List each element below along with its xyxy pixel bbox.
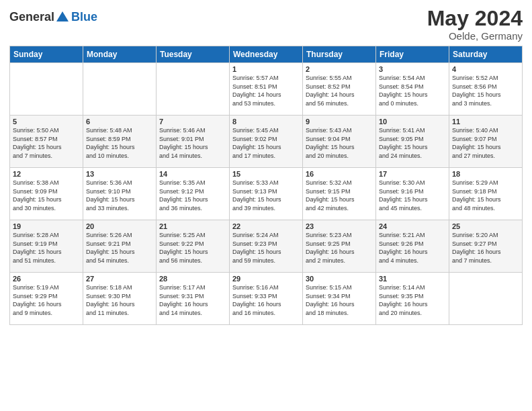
- day-number: 13: [86, 170, 153, 178]
- day-number: 11: [452, 118, 519, 126]
- calendar-cell: 18Sunrise: 5:29 AM Sunset: 9:18 PM Dayli…: [449, 168, 523, 220]
- day-info: Sunrise: 5:33 AM Sunset: 9:13 PM Dayligh…: [232, 179, 300, 212]
- day-number: 6: [86, 118, 153, 126]
- calendar-cell: 25Sunrise: 5:20 AM Sunset: 9:27 PM Dayli…: [449, 220, 523, 273]
- header-sunday: Sunday: [10, 46, 83, 63]
- day-number: 16: [306, 170, 373, 178]
- day-info: Sunrise: 5:50 AM Sunset: 8:57 PM Dayligh…: [13, 126, 80, 160]
- week-row-1: 1Sunrise: 5:57 AM Sunset: 8:51 PM Daylig…: [10, 63, 523, 116]
- day-info: Sunrise: 5:45 AM Sunset: 9:02 PM Dayligh…: [232, 126, 300, 160]
- header-thursday: Thursday: [303, 46, 376, 63]
- calendar-cell: 8Sunrise: 5:45 AM Sunset: 9:02 PM Daylig…: [230, 116, 303, 168]
- day-number: 4: [452, 65, 519, 73]
- calendar-cell: 15Sunrise: 5:33 AM Sunset: 9:13 PM Dayli…: [230, 168, 303, 220]
- day-number: 1: [232, 65, 300, 73]
- location-title: Oelde, Germany: [427, 30, 523, 42]
- logo-general: General: [9, 10, 54, 24]
- calendar-cell: 24Sunrise: 5:21 AM Sunset: 9:26 PM Dayli…: [376, 220, 449, 273]
- day-info: Sunrise: 5:48 AM Sunset: 8:59 PM Dayligh…: [86, 126, 153, 160]
- day-info: Sunrise: 5:21 AM Sunset: 9:26 PM Dayligh…: [379, 231, 446, 265]
- week-row-5: 26Sunrise: 5:19 AM Sunset: 9:29 PM Dayli…: [10, 273, 523, 325]
- day-info: Sunrise: 5:23 AM Sunset: 9:25 PM Dayligh…: [306, 231, 373, 265]
- day-info: Sunrise: 5:24 AM Sunset: 9:23 PM Dayligh…: [232, 231, 300, 265]
- calendar-cell: 16Sunrise: 5:32 AM Sunset: 9:15 PM Dayli…: [303, 168, 376, 220]
- header-monday: Monday: [83, 46, 157, 63]
- calendar-cell: 13Sunrise: 5:36 AM Sunset: 9:10 PM Dayli…: [83, 168, 157, 220]
- header-saturday: Saturday: [449, 46, 523, 63]
- logo-icon: [55, 9, 70, 24]
- day-number: 30: [306, 275, 373, 283]
- day-info: Sunrise: 5:46 AM Sunset: 9:01 PM Dayligh…: [159, 126, 226, 160]
- day-info: Sunrise: 5:52 AM Sunset: 8:56 PM Dayligh…: [452, 74, 519, 107]
- day-info: Sunrise: 5:32 AM Sunset: 9:15 PM Dayligh…: [306, 179, 373, 212]
- calendar-cell: 27Sunrise: 5:18 AM Sunset: 9:30 PM Dayli…: [83, 273, 157, 325]
- weekday-header-row: Sunday Monday Tuesday Wednesday Thursday…: [10, 46, 523, 63]
- header-wednesday: Wednesday: [230, 46, 303, 63]
- calendar-cell: 22Sunrise: 5:24 AM Sunset: 9:23 PM Dayli…: [230, 220, 303, 273]
- day-number: 31: [379, 275, 446, 283]
- calendar-cell: 19Sunrise: 5:28 AM Sunset: 9:19 PM Dayli…: [10, 220, 83, 273]
- day-number: 9: [306, 118, 373, 126]
- day-info: Sunrise: 5:14 AM Sunset: 9:35 PM Dayligh…: [379, 283, 446, 317]
- logo-blue: Blue: [71, 10, 97, 24]
- day-info: Sunrise: 5:55 AM Sunset: 8:52 PM Dayligh…: [306, 74, 373, 107]
- day-info: Sunrise: 5:29 AM Sunset: 9:18 PM Dayligh…: [452, 179, 519, 212]
- day-number: 12: [13, 170, 80, 178]
- calendar-cell: 11Sunrise: 5:40 AM Sunset: 9:07 PM Dayli…: [449, 116, 523, 168]
- week-row-2: 5Sunrise: 5:50 AM Sunset: 8:57 PM Daylig…: [10, 116, 523, 168]
- day-info: Sunrise: 5:16 AM Sunset: 9:33 PM Dayligh…: [232, 283, 300, 317]
- title-block: May 2024 Oelde, Germany: [427, 7, 523, 42]
- day-number: 8: [232, 118, 300, 126]
- day-info: Sunrise: 5:30 AM Sunset: 9:16 PM Dayligh…: [379, 179, 446, 212]
- calendar-cell: [157, 63, 230, 116]
- day-number: 24: [379, 222, 446, 230]
- day-number: 17: [379, 170, 446, 178]
- calendar-cell: 5Sunrise: 5:50 AM Sunset: 8:57 PM Daylig…: [10, 116, 83, 168]
- svg-marker-0: [56, 11, 69, 21]
- calendar-cell: 4Sunrise: 5:52 AM Sunset: 8:56 PM Daylig…: [449, 63, 523, 116]
- day-number: 25: [452, 222, 519, 230]
- day-number: 15: [232, 170, 300, 178]
- calendar-table: Sunday Monday Tuesday Wednesday Thursday…: [9, 46, 523, 325]
- calendar-cell: 20Sunrise: 5:26 AM Sunset: 9:21 PM Dayli…: [83, 220, 157, 273]
- calendar-cell: [10, 63, 83, 116]
- day-number: 3: [379, 65, 446, 73]
- day-number: 26: [13, 275, 80, 283]
- day-number: 23: [306, 222, 373, 230]
- calendar-page: General Blue May 2024 Oelde, Germany Sun…: [0, 0, 532, 411]
- header-tuesday: Tuesday: [157, 46, 230, 63]
- header-friday: Friday: [376, 46, 449, 63]
- day-info: Sunrise: 5:43 AM Sunset: 9:04 PM Dayligh…: [306, 126, 373, 160]
- calendar-cell: 21Sunrise: 5:25 AM Sunset: 9:22 PM Dayli…: [157, 220, 230, 273]
- calendar-cell: 23Sunrise: 5:23 AM Sunset: 9:25 PM Dayli…: [303, 220, 376, 273]
- day-info: Sunrise: 5:19 AM Sunset: 9:29 PM Dayligh…: [13, 283, 80, 317]
- day-number: 7: [159, 118, 226, 126]
- calendar-cell: 12Sunrise: 5:38 AM Sunset: 9:09 PM Dayli…: [10, 168, 83, 220]
- logo: General Blue: [9, 9, 97, 24]
- day-info: Sunrise: 5:15 AM Sunset: 9:34 PM Dayligh…: [306, 283, 373, 317]
- calendar-cell: 2Sunrise: 5:55 AM Sunset: 8:52 PM Daylig…: [303, 63, 376, 116]
- day-info: Sunrise: 5:28 AM Sunset: 9:19 PM Dayligh…: [13, 231, 80, 265]
- week-row-3: 12Sunrise: 5:38 AM Sunset: 9:09 PM Dayli…: [10, 168, 523, 220]
- day-info: Sunrise: 5:54 AM Sunset: 8:54 PM Dayligh…: [379, 74, 446, 107]
- day-info: Sunrise: 5:36 AM Sunset: 9:10 PM Dayligh…: [86, 179, 153, 212]
- calendar-cell: 30Sunrise: 5:15 AM Sunset: 9:34 PM Dayli…: [303, 273, 376, 325]
- header: General Blue May 2024 Oelde, Germany: [9, 7, 523, 42]
- day-info: Sunrise: 5:41 AM Sunset: 9:05 PM Dayligh…: [379, 126, 446, 160]
- day-number: 2: [306, 65, 373, 73]
- calendar-cell: 31Sunrise: 5:14 AM Sunset: 9:35 PM Dayli…: [376, 273, 449, 325]
- day-number: 14: [159, 170, 226, 178]
- day-number: 19: [13, 222, 80, 230]
- day-number: 5: [13, 118, 80, 126]
- calendar-cell: 28Sunrise: 5:17 AM Sunset: 9:31 PM Dayli…: [157, 273, 230, 325]
- week-row-4: 19Sunrise: 5:28 AM Sunset: 9:19 PM Dayli…: [10, 220, 523, 273]
- calendar-cell: 6Sunrise: 5:48 AM Sunset: 8:59 PM Daylig…: [83, 116, 157, 168]
- calendar-cell: [449, 273, 523, 325]
- day-info: Sunrise: 5:17 AM Sunset: 9:31 PM Dayligh…: [159, 283, 226, 317]
- calendar-cell: 7Sunrise: 5:46 AM Sunset: 9:01 PM Daylig…: [157, 116, 230, 168]
- day-number: 20: [86, 222, 153, 230]
- day-info: Sunrise: 5:20 AM Sunset: 9:27 PM Dayligh…: [452, 231, 519, 265]
- calendar-cell: 10Sunrise: 5:41 AM Sunset: 9:05 PM Dayli…: [376, 116, 449, 168]
- calendar-cell: [83, 63, 157, 116]
- calendar-cell: 14Sunrise: 5:35 AM Sunset: 9:12 PM Dayli…: [157, 168, 230, 220]
